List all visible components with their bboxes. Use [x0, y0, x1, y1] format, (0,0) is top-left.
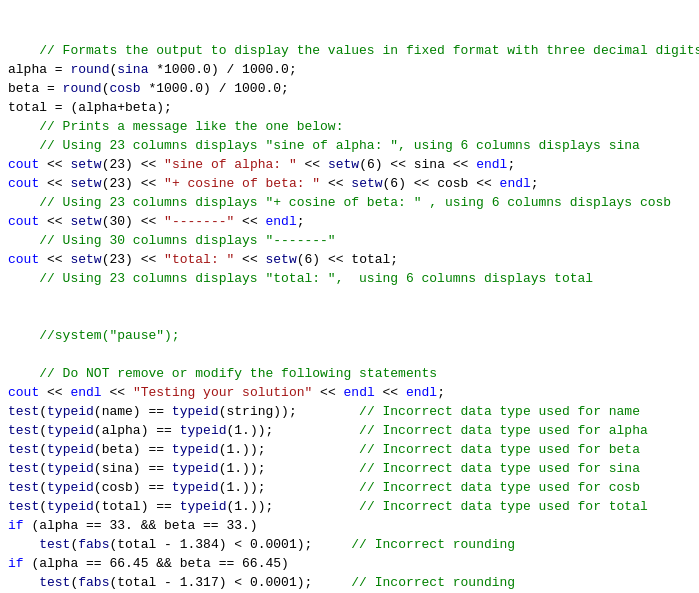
code-line: cout << setw(23) << "total: " << setw(6)…: [0, 251, 699, 270]
code-line: // Using 30 columns displays "-------": [0, 232, 699, 251]
code-line: test(fabs(total - 1.384) < 0.0001); // I…: [0, 536, 699, 555]
code-line: test(typeid(cosb) == typeid(1.)); // Inc…: [0, 479, 699, 498]
code-line: test(typeid(total) == typeid(1.)); // In…: [0, 498, 699, 517]
code-line: [0, 346, 699, 365]
code-line: alpha = round(sina *1000.0) / 1000.0;: [0, 61, 699, 80]
code-line: beta = round(cosb *1000.0) / 1000.0;: [0, 80, 699, 99]
code-line: [0, 289, 699, 308]
code-line: cout << setw(23) << "sine of alpha: " <<…: [0, 156, 699, 175]
code-line: if (alpha == 33. && beta == 33.): [0, 517, 699, 536]
code-line: // Prints a message like the one below:: [0, 118, 699, 137]
code-line: cout << setw(30) << "-------" << endl;: [0, 213, 699, 232]
code-line: test(typeid(beta) == typeid(1.)); // Inc…: [0, 441, 699, 460]
code-line: test(typeid(sina) == typeid(1.)); // Inc…: [0, 460, 699, 479]
code-line: test(typeid(alpha) == typeid(1.)); // In…: [0, 422, 699, 441]
code-line: test(typeid(name) == typeid(string)); //…: [0, 403, 699, 422]
code-container: // Formats the output to display the val…: [0, 0, 699, 593]
code-line: // Using 23 columns displays "total: ", …: [0, 270, 699, 289]
code-line: // Formats the output to display the val…: [0, 42, 699, 61]
code-line: [0, 308, 699, 327]
code-line: cout << endl << "Testing your solution" …: [0, 384, 699, 403]
code-line: // Using 23 columns displays "sine of al…: [0, 137, 699, 156]
code-line: test(fabs(total - 1.317) < 0.0001); // I…: [0, 574, 699, 593]
code-line: // Do NOT remove or modify the following…: [0, 365, 699, 384]
code-line: cout << setw(23) << "+ cosine of beta: "…: [0, 175, 699, 194]
code-line: // Using 23 columns displays "+ cosine o…: [0, 194, 699, 213]
code-line: total = (alpha+beta);: [0, 99, 699, 118]
code-line: if (alpha == 66.45 && beta == 66.45): [0, 555, 699, 574]
code-line: //system("pause");: [0, 327, 699, 346]
